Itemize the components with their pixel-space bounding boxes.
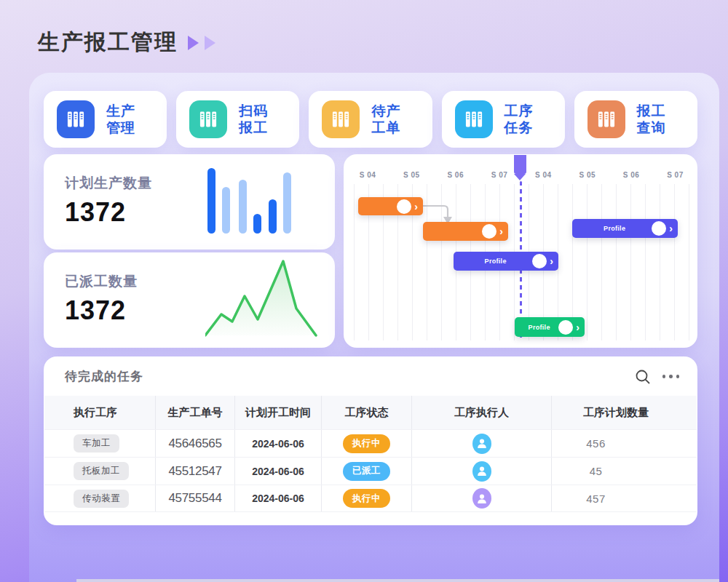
table-title: 待完成的任务 [65, 368, 143, 385]
avatar [532, 254, 547, 268]
gantt-axis-label: S 04 [350, 171, 385, 179]
gantt-gridline [354, 184, 355, 340]
gantt-gridline [587, 184, 587, 340]
gantt-axis-label: S 07 [657, 171, 692, 179]
gantt-axis-label: S 06 [438, 171, 473, 179]
gantt-gridline [616, 184, 617, 340]
order-number: 45512547 [168, 464, 221, 479]
gantt-bar[interactable]: Profile › [572, 219, 678, 238]
executor-avatar[interactable] [472, 488, 491, 509]
table-row[interactable]: 车加工 45646565 2024-06-06 执行中 456 [44, 429, 697, 457]
bottom-strip [76, 579, 719, 582]
books-icon [189, 100, 227, 138]
column-header: 工序计划数量 [552, 396, 680, 429]
stat-value: 1372 [65, 295, 126, 326]
gantt-gridline [601, 184, 602, 340]
nav-row: 生产管理 扫码报工 待产工单 工序任务 报工查询 [44, 91, 697, 148]
gantt-chart-card: S 04 S 05 S 06 S 07 S 04 S 05 S 06 S 07 … [344, 154, 697, 348]
chevron-right-icon: › [576, 322, 579, 332]
gantt-gridline [645, 184, 646, 340]
gantt-axis-label: S 05 [570, 171, 605, 179]
status-badge: 执行中 [343, 434, 390, 453]
nav-label: 待产工单 [371, 103, 400, 136]
gantt-gridline [674, 184, 675, 340]
table-row[interactable]: 托板加工 45512547 2024-06-06 已派工 45 [44, 457, 697, 485]
chevron-right-icon: › [414, 202, 418, 212]
executor-avatar[interactable] [472, 461, 491, 482]
status-badge: 已派工 [343, 462, 390, 481]
nav-label: 生产管理 [106, 103, 135, 136]
books-icon [455, 100, 493, 138]
nav-card-report-query[interactable]: 报工查询 [574, 91, 697, 148]
table-header-row: 执行工序 生产工单号 计划开工时间 工序状态 工序执行人 工序计划数量 [44, 396, 697, 429]
gantt-gridline [660, 184, 660, 340]
books-icon [587, 100, 625, 138]
column-header: 工序状态 [322, 396, 412, 429]
more-options-icon[interactable] [662, 372, 680, 381]
arrow-right-icon [188, 36, 199, 50]
gantt-today-marker[interactable] [514, 155, 526, 174]
search-icon[interactable] [635, 369, 651, 385]
stat-title: 已派工数量 [65, 272, 138, 291]
chevron-right-icon: › [550, 256, 553, 266]
gantt-bar-label: Profile [485, 258, 507, 265]
order-number: 45646565 [168, 436, 221, 451]
stat-value: 1372 [65, 197, 126, 228]
nav-card-process-tasks[interactable]: 工序任务 [442, 91, 565, 148]
table-header-bar: 待完成的任务 [44, 357, 697, 396]
nav-card-scan-report[interactable]: 扫码报工 [176, 91, 299, 148]
nav-label: 扫码报工 [239, 103, 268, 136]
start-date: 2024-06-06 [252, 438, 304, 450]
nav-card-production-management[interactable]: 生产管理 [44, 91, 167, 148]
column-header: 执行工序 [65, 396, 156, 429]
gantt-axis-label: S 06 [614, 171, 649, 179]
table-row[interactable]: 传动装置 45755544 2024-06-06 执行中 457 [44, 485, 697, 512]
start-date: 2024-06-06 [252, 493, 304, 504]
column-header: 计划开工时间 [235, 396, 322, 429]
books-icon [322, 100, 360, 138]
pending-tasks-card: 待完成的任务 执行工序 生产工单号 计划开工时间 工序状态 工序执行人 工序计划… [44, 356, 697, 525]
books-icon [57, 100, 95, 138]
process-pill: 车加工 [74, 434, 119, 453]
nav-label: 工序任务 [505, 103, 534, 136]
start-date: 2024-06-06 [252, 466, 304, 477]
gantt-bar[interactable]: › [358, 197, 423, 215]
executor-avatar[interactable] [472, 434, 491, 454]
nav-card-pending-workorder[interactable]: 待产工单 [309, 91, 432, 148]
gantt-gridline [630, 184, 631, 340]
avatar [482, 224, 496, 239]
nav-label: 报工查询 [637, 103, 666, 136]
gantt-axis-label: S 05 [394, 171, 429, 179]
chevron-right-icon: › [499, 226, 503, 236]
avatar [558, 320, 573, 335]
gantt-axis-label: S 07 [482, 171, 517, 179]
gantt-bar[interactable]: Profile › [515, 317, 585, 337]
planned-qty: 457 [586, 493, 606, 505]
planned-qty: 456 [586, 437, 606, 450]
gantt-axis-label: S 04 [526, 171, 561, 179]
mini-bar-chart [207, 168, 293, 235]
page-header: 生产报工管理 [38, 28, 215, 57]
avatar [397, 199, 411, 214]
main-panel: 生产管理 扫码报工 待产工单 工序任务 报工查询 [29, 73, 719, 582]
planned-quantity-card: 计划生产数量 1372 [44, 154, 335, 250]
arrow-right-icon [205, 36, 215, 50]
gantt-bar[interactable]: › [423, 222, 508, 241]
column-header: 工序执行人 [412, 396, 552, 429]
mini-line-chart [205, 259, 319, 338]
stat-title: 计划生产数量 [65, 174, 152, 193]
status-badge: 执行中 [343, 489, 390, 508]
gantt-bar-label: Profile [529, 324, 550, 331]
table-tools [635, 369, 680, 385]
gantt-bar-label: Profile [604, 225, 625, 232]
process-pill: 传动装置 [74, 490, 129, 508]
gantt-bar[interactable]: Profile › [454, 252, 558, 271]
order-number: 45755544 [168, 491, 221, 506]
column-header: 生产工单号 [156, 396, 235, 429]
planned-qty: 45 [590, 465, 603, 477]
page-title: 生产报工管理 [38, 28, 178, 57]
process-pill: 托板加工 [74, 462, 129, 480]
chevron-right-icon: › [669, 223, 673, 234]
dispatched-quantity-card: 已派工数量 1372 [44, 252, 335, 348]
avatar [652, 221, 666, 236]
